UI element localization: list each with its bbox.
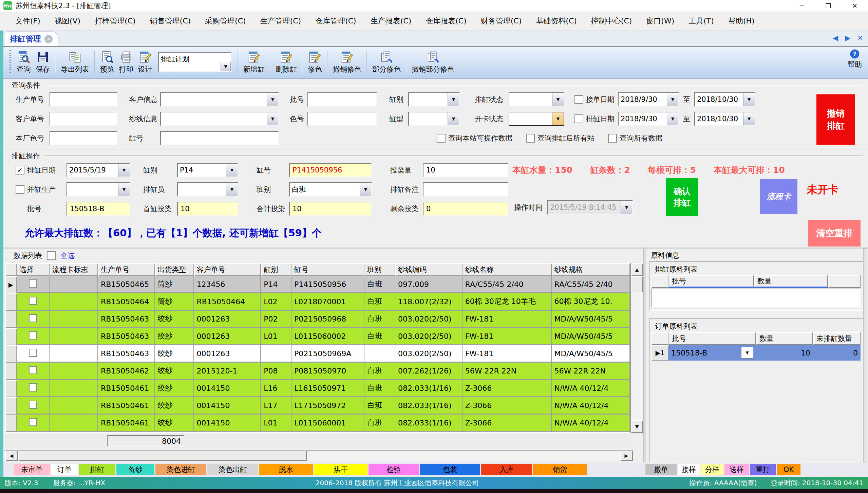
column-header[interactable]: 生产单号	[98, 263, 155, 276]
row-checkbox[interactable]	[29, 297, 37, 305]
menu-item[interactable]: 财务管理(C)	[474, 13, 529, 29]
preview-button[interactable]: 预览	[98, 50, 117, 75]
op-merge-checkbox[interactable]	[16, 185, 24, 194]
tab-close-icon[interactable]: ✕	[44, 35, 53, 43]
order-materials-col-qty[interactable]: 数量	[756, 332, 813, 345]
column-header[interactable]: 流程卡标志	[50, 263, 98, 276]
row-selector[interactable]	[5, 397, 17, 415]
column-header[interactable]: 缸号	[291, 263, 364, 276]
column-header[interactable]: 选择	[17, 263, 50, 276]
order-date-checkbox[interactable]	[574, 95, 583, 104]
dropdown-arrow-icon[interactable]: ▼	[226, 183, 238, 196]
menu-item[interactable]: 视图(V)	[48, 13, 88, 29]
row-selector[interactable]	[5, 328, 17, 345]
dropdown-arrow-icon[interactable]: ▼	[267, 112, 278, 125]
tab-prev-icon[interactable]: ◀	[833, 34, 838, 42]
dropdown-arrow-icon[interactable]: ▼	[118, 164, 130, 177]
op-first-dye-field[interactable]: 10	[177, 202, 238, 216]
row-selector[interactable]	[5, 293, 17, 311]
menu-item[interactable]: 采购管理(C)	[198, 13, 253, 29]
vat-no-input[interactable]	[160, 131, 279, 145]
op-vat-class-select[interactable]: P14▼	[177, 163, 238, 177]
menu-item[interactable]: 帮助(H)	[721, 13, 762, 29]
dropdown-arrow-icon[interactable]: ▼	[743, 112, 755, 125]
vertical-scrollbar[interactable]: ▲ ▼	[630, 263, 643, 433]
row-checkbox[interactable]	[29, 366, 37, 374]
prod-no-input[interactable]	[50, 92, 117, 107]
scroll-up-icon[interactable]: ▲	[631, 263, 643, 276]
menu-item[interactable]: 文件(F)	[8, 13, 48, 29]
query-after-checkbox[interactable]	[526, 134, 535, 143]
dropdown-arrow-icon[interactable]: ▼	[360, 183, 371, 196]
op-batch-field[interactable]: 150518-B	[67, 202, 130, 216]
vat-date-checkbox[interactable]	[574, 114, 583, 123]
vat-materials-col-qty[interactable]: 数量	[754, 275, 828, 288]
order-date-from[interactable]: 2018/9/30▼	[618, 92, 679, 107]
column-header[interactable]: 纱线规格	[552, 263, 630, 276]
row-checkbox[interactable]	[29, 349, 37, 357]
table-row[interactable]: ▶RB15050465筒纱123456P14P1415050956白班097.0…	[5, 276, 630, 293]
op-vat-no-field[interactable]: P1415050956	[289, 163, 372, 177]
row-checkbox[interactable]	[29, 279, 37, 288]
column-header[interactable]: 纱线编码	[395, 263, 463, 276]
delete-vat-button[interactable]: 删除缸	[273, 50, 299, 75]
print-button[interactable]: 打印	[117, 50, 136, 75]
vat-type-select[interactable]: ▼	[408, 112, 460, 126]
yarn-select[interactable]: ▼	[160, 112, 279, 126]
row-selector[interactable]	[5, 415, 17, 432]
dropdown-arrow-icon[interactable]: ▼	[741, 347, 753, 359]
row-checkbox[interactable]	[29, 383, 37, 391]
partial-fix-color-button[interactable]: 部分修色	[370, 50, 403, 75]
add-vat-button[interactable]: 新增缸	[241, 50, 267, 75]
menu-item[interactable]: 基础资料(C)	[529, 13, 584, 29]
op-scheduler-select[interactable]: ▼	[177, 182, 238, 197]
dropdown-arrow-icon[interactable]: ▼	[667, 93, 678, 106]
order-batch-select[interactable]: 150518-B ▼	[671, 345, 753, 361]
confirm-vat-button[interactable]: 确认 排缸	[666, 178, 698, 216]
tab-paigang[interactable]: 排缸管理 ✕	[5, 32, 58, 46]
table-row[interactable]: RB15050462绞纱2015120-1P08P0815050970白班007…	[5, 363, 630, 380]
vat-date-from[interactable]: 2018/9/30▼	[618, 112, 679, 126]
row-selector[interactable]	[5, 311, 17, 328]
menu-item[interactable]: 窗口(W)	[639, 13, 681, 29]
table-row[interactable]: RB15050463绞纱0001263P0215050969A003.020(2…	[5, 345, 630, 363]
row-checkbox[interactable]	[29, 331, 37, 340]
menu-item[interactable]: 生产报表(C)	[363, 13, 419, 29]
column-header[interactable]: 客户单号	[194, 263, 261, 276]
dropdown-arrow-icon[interactable]: ▼	[448, 112, 459, 125]
order-materials-col-batch[interactable]: 批号	[668, 332, 756, 345]
help-button[interactable]: ? 帮助	[848, 49, 862, 69]
dropdown-arrow-icon[interactable]: ▼	[552, 112, 564, 125]
card-status-select[interactable]: ▼	[509, 112, 564, 126]
table-row[interactable]: RB15050464筒纱RB15050464L02L0218070001白班11…	[5, 293, 630, 311]
flow-card-button[interactable]: 流程卡	[760, 179, 797, 214]
op-vat-date-checkbox[interactable]: ✓	[16, 166, 24, 175]
column-header[interactable]: 出货类型	[155, 263, 194, 276]
menu-item[interactable]: 销售管理(C)	[143, 13, 198, 29]
select-all-checkbox[interactable]	[47, 251, 56, 260]
vat-date-to[interactable]: 2018/10/30▼	[694, 112, 755, 126]
row-checkbox[interactable]	[29, 401, 37, 409]
vat-materials-col-batch[interactable]: 批号	[668, 275, 754, 288]
dropdown-arrow-icon[interactable]: ▼	[743, 93, 755, 106]
minimize-button[interactable]: ─	[789, 0, 815, 12]
color-no-input[interactable]	[307, 112, 377, 126]
table-row[interactable]: RB15050463绞纱0001263P02P0215050968白班003.0…	[5, 311, 630, 328]
cust-no-input[interactable]	[50, 112, 117, 126]
scroll-down-icon[interactable]: ▼	[631, 420, 643, 433]
scroll-left-icon[interactable]: ◀	[5, 451, 18, 461]
menu-item[interactable]: 控制中心(C)	[584, 13, 639, 29]
undo-partial-fix-color-button[interactable]: 撤销部分修色	[409, 50, 457, 75]
customer-select[interactable]: ▼	[160, 92, 279, 107]
undo-fix-color-button[interactable]: 撤销修色	[331, 50, 364, 75]
scrollbar-thumb[interactable]	[631, 276, 643, 292]
export-list-button[interactable]: 导出列表	[58, 50, 92, 75]
tab-next-icon[interactable]: ▶	[845, 34, 850, 42]
design-button[interactable]: 设计	[136, 50, 155, 75]
restore-button[interactable]: ❐	[815, 0, 842, 12]
query-local-checkbox[interactable]	[437, 134, 446, 143]
batch-input[interactable]	[307, 92, 377, 107]
menu-item[interactable]: 仓库报表(C)	[418, 13, 474, 29]
pane-splitter[interactable]	[643, 249, 646, 462]
query-all-checkbox[interactable]	[608, 134, 617, 143]
